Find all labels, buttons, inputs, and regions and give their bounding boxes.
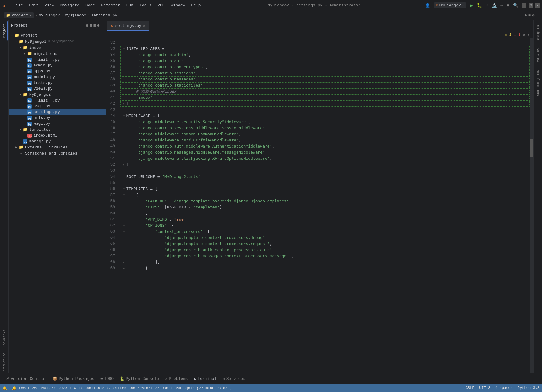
menu-edit[interactable]: Edit [27, 2, 41, 9]
fold-icon-42[interactable]: ▸ [121, 101, 126, 107]
right-tab-database[interactable]: Database [535, 21, 541, 42]
debug-button[interactable]: 🐛 [477, 3, 482, 8]
tree-item-migrations-dir[interactable]: ▶📁migrations [9, 51, 106, 57]
run-selector[interactable]: ⚙ MyDjango2 ▾ [434, 2, 466, 8]
code-line-51[interactable]: 'django.middleware.clickjacking.XFrameOp… [120, 155, 530, 162]
more-run-button[interactable]: ⋯ [500, 3, 503, 8]
tree-item-admin-py[interactable]: pyadmin.py [9, 62, 106, 68]
bottom-tab-services[interactable]: ⚙ Services [220, 375, 248, 383]
panel-expand-icon[interactable]: ⊟ [89, 23, 92, 28]
code-line-55[interactable] [120, 180, 530, 186]
minimize-button[interactable]: — [522, 3, 526, 8]
fold-icon-56[interactable]: ▾ [121, 186, 126, 192]
breadcrumb-mydjango2[interactable]: MyDjango2 [38, 13, 60, 18]
editor-scrollbar[interactable] [530, 38, 533, 373]
code-line-42[interactable]: ▸] [120, 101, 530, 107]
menu-run[interactable]: Run [124, 2, 136, 9]
add-config-icon[interactable]: ⊕ [524, 13, 527, 18]
code-line-34[interactable]: 'django.contrib.admin', [120, 52, 530, 58]
fold-icon-44[interactable]: ▾ [121, 113, 126, 119]
code-line-40[interactable]: # 添加项目应用index [120, 88, 530, 94]
tree-item-tests-py[interactable]: pytests.py [9, 80, 106, 86]
code-line-58[interactable]: 'BACKEND': 'django.template.backends.dja… [120, 198, 530, 204]
tree-item-manage-py[interactable]: pymanage.py [9, 138, 106, 144]
maximize-button[interactable]: □ [529, 3, 533, 8]
tree-item-project-root[interactable]: ▾📁Project [9, 32, 106, 38]
code-line-44[interactable]: ▾MIDDLEWARE = [ [120, 113, 530, 119]
nav-next-issue[interactable]: ∨ [528, 32, 530, 37]
code-line-36[interactable]: 'django.contrib.contenttypes', [120, 64, 530, 70]
account-icon[interactable]: 👤 [425, 3, 430, 8]
tree-item-init-index[interactable]: py__init__.py [9, 57, 106, 62]
code-line-57[interactable]: ▾ { [120, 192, 530, 198]
bottom-tab-terminal[interactable]: ▶ Terminal [192, 375, 219, 383]
menu-window[interactable]: Window [168, 2, 188, 9]
run-button[interactable]: ▶ [470, 2, 473, 9]
menu-refactor[interactable]: Refactor [99, 2, 122, 9]
code-line-65[interactable]: 'django.template.context_processors.requ… [120, 241, 530, 247]
sidebar-tab-structure[interactable]: Structure [1, 350, 7, 373]
bottom-tab-version-control[interactable]: ⎇ Version Control [2, 375, 49, 383]
fold-icon-69[interactable]: ▸ [121, 265, 126, 271]
panel-layout-icon[interactable]: ⊞ [93, 23, 96, 28]
breadcrumb-mydjango2-2[interactable]: MyDjango2 [65, 13, 86, 18]
code-line-43[interactable] [120, 107, 530, 113]
menu-help[interactable]: Help [189, 2, 203, 9]
sidebar-tab-bookmarks[interactable]: Bookmarks [1, 327, 7, 350]
stop-button[interactable]: ■ [507, 3, 509, 8]
bottom-tab-todo[interactable]: ≡ TODO [98, 375, 116, 382]
code-line-60[interactable]: , [120, 210, 530, 216]
menu-vcs[interactable]: VCS [155, 2, 167, 9]
tree-item-wsgi-py[interactable]: pywsgi.py [9, 121, 106, 127]
editor-tab-settings[interactable]: ⚙ settings.py ✕ [107, 21, 149, 31]
tree-item-templates-dir[interactable]: ▾📁templates [9, 127, 106, 133]
breadcrumb-settingspy[interactable]: settings.py [91, 13, 117, 18]
tree-item-index-html[interactable]: htmlindex.html [9, 133, 106, 138]
status-python-version[interactable]: Python 3.8 [518, 386, 540, 390]
breadcrumb-settings-icon[interactable]: ⚙ [532, 13, 534, 18]
tree-item-init-mydjango2[interactable]: py__init__.py [9, 98, 106, 103]
fold-icon-63[interactable]: ▾ [121, 229, 126, 235]
code-line-33[interactable]: ▾INSTALLED_APPS = [ [120, 46, 530, 52]
status-crlf[interactable]: CRLF [466, 386, 475, 390]
status-left-text[interactable]: 🔔 Localized PyCharm 2023.1.4 is availabl… [12, 386, 461, 390]
code-line-41[interactable]: 'index', [120, 94, 530, 101]
code-line-49[interactable]: 'django.contrib.auth.middleware.Authenti… [120, 143, 530, 149]
nav-prev-issue[interactable]: ∧ [523, 32, 525, 37]
code-line-39[interactable]: 'django.contrib.staticfiles', [120, 82, 530, 88]
code-line-48[interactable]: 'django.middleware.csrf.CsrfViewMiddlewa… [120, 137, 530, 143]
sidebar-tab-project[interactable]: Project [1, 21, 8, 40]
tree-item-urls-py[interactable]: pyurls.py [9, 115, 106, 121]
code-line-69[interactable]: ▸ }, [120, 265, 530, 271]
menu-code[interactable]: Code [83, 2, 97, 9]
code-line-32[interactable] [120, 40, 530, 46]
tree-item-views-py[interactable]: pyviews.py [9, 86, 106, 91]
panel-minimize-icon[interactable]: — [101, 23, 103, 28]
right-tab-notifications[interactable]: Notifications [535, 67, 541, 98]
fold-icon-62[interactable]: ▾ [121, 223, 126, 229]
code-line-66[interactable]: 'django.contrib.auth.context_processors.… [120, 247, 530, 253]
close-button[interactable]: ✕ [535, 3, 540, 8]
structure-icon[interactable]: ≡ [528, 13, 531, 18]
code-line-53[interactable] [120, 168, 530, 174]
code-line-56[interactable]: ▾TEMPLATES = [ [120, 186, 530, 192]
tree-item-settings-py[interactable]: pysettings.py [9, 109, 106, 115]
status-spaces[interactable]: 4 spaces [495, 386, 513, 390]
warning-count[interactable]: ⚠ 1 [505, 32, 511, 37]
code-line-68[interactable]: ▸ ], [120, 259, 530, 265]
code-line-59[interactable]: 'DIRS': [BASE_DIR / 'templates'] [120, 204, 530, 210]
fold-icon-68[interactable]: ▸ [121, 259, 126, 265]
fold-icon-57[interactable]: ▾ [121, 192, 126, 198]
code-line-61[interactable]: 'APP_DIRS': True, [120, 216, 530, 223]
code-line-64[interactable]: 'django.template.context_processors.debu… [120, 235, 530, 241]
fold-icon-52[interactable]: ▸ [121, 162, 126, 168]
bottom-tab-problems[interactable]: ⚠ Problems [163, 375, 190, 383]
error-count[interactable]: ✕ 1 [514, 32, 521, 37]
menu-navigate[interactable]: Navigate [58, 2, 82, 9]
menu-view[interactable]: View [42, 2, 56, 9]
profile-button[interactable]: ⚡ [486, 3, 488, 8]
tree-item-models-py[interactable]: pymodels.py [9, 74, 106, 80]
right-tab-sciview[interactable]: SciView [535, 45, 541, 64]
code-line-54[interactable]: ROOT_URLCONF = 'MyDjango2.urls' [120, 174, 530, 180]
bottom-tab-python-console[interactable]: 🐍 Python Console [117, 375, 161, 383]
